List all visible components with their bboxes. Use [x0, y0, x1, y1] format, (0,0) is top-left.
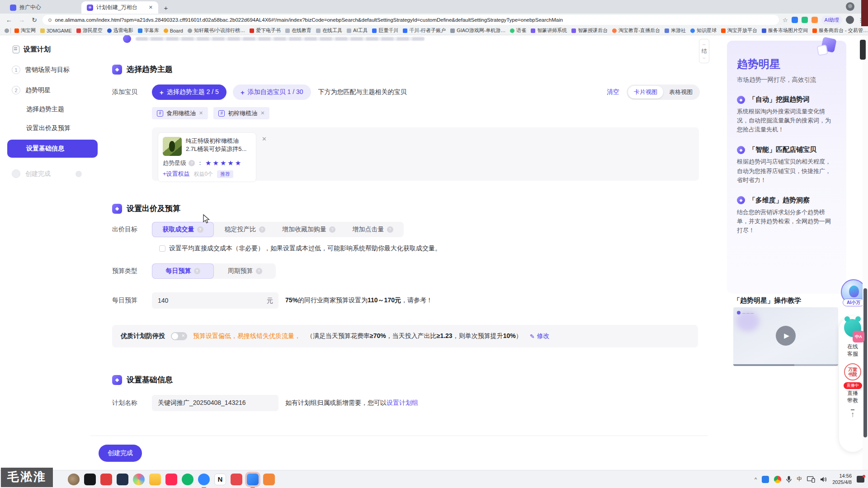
help-icon[interactable]: ? — [387, 226, 393, 233]
help-icon[interactable]: ? — [194, 268, 200, 274]
microphone-icon[interactable] — [786, 476, 792, 483]
help-icon[interactable]: ? — [256, 268, 262, 274]
profile-avatar[interactable] — [846, 16, 854, 24]
page-scrollbar[interactable] — [863, 35, 868, 470]
taskbar-app-photo[interactable] — [68, 474, 80, 485]
sidebar-item-trend-star[interactable]: 2 趋势明星 — [12, 86, 105, 94]
bid-option-clicks[interactable]: 增加点击量? — [342, 222, 404, 237]
budget-option-daily[interactable]: 每日预算? — [152, 263, 214, 279]
tray-app-blue[interactable] — [762, 476, 769, 483]
site-info-icon[interactable]: ⊙ — [48, 18, 52, 23]
tab-plan-create[interactable]: ✳ 计划创建_万相台 ✕ — [81, 1, 158, 14]
bookmark-item[interactable]: 3DMGAME — [38, 28, 74, 33]
taskbar-app-orange[interactable] — [263, 474, 275, 485]
tag-remove-icon[interactable]: ✕ — [260, 110, 264, 116]
create-complete-button[interactable]: 创建完成 — [99, 445, 142, 462]
add-custom-item-button[interactable]: + 添加自选宝贝 1 / 30 — [233, 84, 311, 100]
reload-icon[interactable]: ↻ — [30, 16, 39, 23]
taskbar-folder-icon[interactable] — [149, 474, 161, 485]
bookmark-item[interactable]: 知识星球 — [688, 27, 719, 34]
product-card[interactable]: 纯正特级初榨橄榄油 2.7L桶装可炒菜凉拌5... ✕ 趋势星级 ? ： ★★★… — [158, 132, 256, 182]
select-trend-theme-button[interactable]: + 选择趋势主题 2 / 5 — [152, 84, 226, 100]
taskbar-app-pinwheel[interactable] — [133, 474, 145, 485]
forward-icon[interactable]: → — [17, 16, 26, 23]
live-teaching-link[interactable]: 直播带教 — [847, 390, 858, 404]
taskbar-app-green[interactable] — [182, 474, 193, 485]
set-benefit-link[interactable]: +设置权益 — [163, 170, 190, 178]
tray-expand-icon[interactable]: ^ — [755, 477, 757, 482]
bookmark-item[interactable]: 智篆讲师系统 — [528, 27, 569, 34]
set-plan-group-link[interactable]: 设置计划组 — [387, 399, 418, 406]
help-icon[interactable]: ? — [329, 226, 335, 233]
daily-budget-input[interactable] — [152, 292, 278, 309]
scrollbar-thumb[interactable] — [863, 288, 867, 437]
budget-option-cycle[interactable]: 周期预算? — [214, 263, 276, 279]
bid-option-conversion[interactable]: 获取成交量? — [152, 222, 214, 237]
bookmark-item[interactable]: 淘宝开放平台 — [719, 27, 760, 34]
extension-icon[interactable] — [792, 17, 798, 23]
bookmark-item[interactable]: 语雀 — [508, 27, 528, 34]
avg-cost-checkbox[interactable] — [159, 245, 165, 252]
address-bar[interactable]: ⊙ one.alimama.com/index.html?spm=a21dvs.… — [42, 15, 779, 25]
bookmark-star-icon[interactable]: ☆ — [783, 17, 788, 23]
back-to-top-button[interactable]: ↑ — [851, 409, 855, 418]
apps-icon[interactable] — [5, 28, 9, 33]
clear-link[interactable]: 清空 — [607, 88, 619, 96]
bookmark-item[interactable]: 淘宝网 — [12, 27, 38, 34]
taskbar-app-red[interactable] — [100, 474, 112, 485]
card-view-tab[interactable]: 卡片视图 — [628, 86, 663, 99]
sidebar-item-bid-budget[interactable]: 设置出价及预算 — [26, 124, 105, 132]
bookmark-item[interactable]: GIAO游戏网-单机游… — [448, 27, 508, 34]
extension-icon[interactable] — [802, 17, 808, 23]
taskbar-app-active[interactable] — [247, 474, 259, 485]
window-avatar[interactable] — [846, 2, 854, 11]
taskbar-app-crimson[interactable] — [231, 474, 242, 485]
bookmark-item[interactable]: 千川-行者子账户 — [401, 27, 448, 34]
notification-icon[interactable] — [857, 476, 864, 483]
help-icon[interactable]: ? — [189, 160, 195, 166]
translate-icon[interactable]: 中A — [853, 331, 864, 343]
tab-close-icon[interactable]: ✕ — [149, 5, 153, 10]
bookmark-item[interactable]: 服务市场图片空间 — [760, 27, 810, 34]
bookmark-item[interactable]: 游民星空 — [74, 27, 105, 34]
theme-tag[interactable]: # 食用橄榄油 ✕ — [152, 107, 208, 119]
wantang-academy-button[interactable]: 万堂书院 — [844, 363, 861, 380]
bookmark-item[interactable]: AI工具 — [344, 27, 370, 34]
bid-option-favorites[interactable]: 增加收藏加购量? — [276, 222, 342, 237]
table-view-tab[interactable]: 表格视图 — [663, 86, 698, 99]
tutorial-video[interactable]: — — — ▶ — [733, 307, 838, 366]
sidebar-item-scene-goal[interactable]: 1 营销场景与目标 — [12, 66, 105, 74]
help-icon[interactable]: ? — [259, 226, 265, 233]
bookmark-item[interactable]: 知轩藏书/小说排行榜… — [185, 27, 247, 34]
extension-icon[interactable] — [811, 17, 818, 23]
taskbar-clock[interactable]: 14:56 2025/4/8 — [832, 473, 852, 486]
taskbar-app-navy[interactable] — [117, 474, 128, 485]
tray-app-colorful[interactable] — [774, 476, 781, 483]
taskbar-app-blue-circle[interactable] — [198, 474, 210, 485]
bookmark-item[interactable]: 在线教育 — [283, 27, 314, 34]
bookmark-item[interactable]: 智篆授课后台 — [569, 27, 610, 34]
bookmark-item[interactable]: 服务商后台 - 交易管… — [810, 27, 868, 34]
anti-stop-toggle[interactable]: ✕ — [171, 332, 187, 340]
taskbar-app-notion[interactable]: N — [214, 474, 226, 485]
bookmark-item[interactable]: 迅雷电影 — [105, 27, 136, 34]
bookmark-item[interactable]: 淘宝教育-直播后台 — [610, 27, 662, 34]
bookmark-item[interactable]: 爱下电子书 — [247, 27, 283, 34]
help-icon[interactable]: ? — [197, 226, 203, 233]
display-cast-icon[interactable] — [807, 476, 815, 483]
side-extension-tab[interactable] — [860, 40, 866, 60]
bookmark-item[interactable]: 巨量千川 — [370, 27, 401, 34]
play-icon[interactable]: ▶ — [776, 326, 796, 346]
bookmark-item[interactable]: 在线工具 — [314, 27, 344, 34]
plan-name-input[interactable] — [152, 395, 278, 411]
product-remove-icon[interactable]: ✕ — [262, 136, 267, 142]
bookmark-item[interactable]: 米游社 — [662, 27, 688, 34]
ai-assistant-chip[interactable]: AI助理 — [821, 16, 842, 24]
ime-language-icon[interactable]: 中 — [797, 475, 802, 483]
theme-tag[interactable]: # 初榨橄榄油 ✕ — [213, 107, 269, 119]
sidebar-item-select-theme[interactable]: 选择趋势主题 — [26, 105, 105, 113]
sidebar-item-basic-info[interactable]: 设置基础信息 — [7, 140, 98, 158]
bookmark-item[interactable]: Board — [161, 28, 185, 33]
bookmark-item[interactable]: 字幕库 — [136, 27, 161, 34]
back-icon[interactable]: ← — [5, 16, 14, 23]
